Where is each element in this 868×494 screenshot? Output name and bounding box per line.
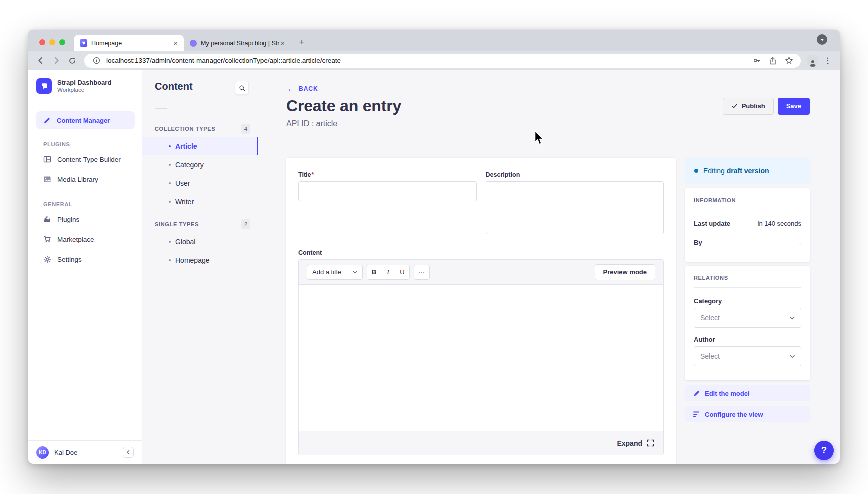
browser-menu-icon[interactable]	[821, 54, 835, 68]
url-text[interactable]: localhost:1337/admin/content-manager/col…	[106, 57, 747, 64]
window-minimize-button[interactable]	[50, 40, 56, 46]
tab-homepage[interactable]: Homepage ×	[74, 35, 184, 52]
site-info-icon[interactable]	[90, 55, 102, 67]
more-formats-button[interactable]: ⋯	[414, 265, 430, 280]
preview-mode-button[interactable]: Preview mode	[595, 264, 656, 280]
url-bar[interactable]: localhost:1337/admin/content-manager/col…	[84, 54, 801, 68]
editor-toolbar: Add a title B I U ⋯	[299, 260, 664, 285]
sidebar-section-plugins: PLUGINS	[44, 142, 135, 148]
required-asterisk: *	[312, 172, 314, 178]
app-title: Strapi Dashboard	[58, 79, 112, 87]
back-link[interactable]: ← BACK	[288, 85, 810, 92]
sidebar-nav: Content Manager PLUGINS Content-Type Bui…	[28, 102, 142, 440]
group-label: COLLECTION TYPES	[155, 126, 216, 132]
image-icon	[44, 176, 52, 184]
user-name: Kai Doe	[54, 449, 118, 456]
author-select[interactable]: Select	[694, 346, 802, 366]
save-button[interactable]: Save	[778, 98, 810, 115]
browser-downloads-icon[interactable]	[817, 34, 828, 45]
bold-button[interactable]: B	[368, 266, 382, 280]
strapi-logo-icon	[36, 78, 52, 94]
sidebar-item-marketplace[interactable]: Marketplace	[36, 230, 135, 250]
italic-button[interactable]: I	[382, 266, 396, 280]
tab-blog[interactable]: My personal Strapi blog | Strap ×	[184, 35, 291, 52]
tab-close-icon[interactable]: ×	[280, 40, 286, 47]
blog-favicon-icon	[190, 40, 197, 47]
sidebar-item-plugins[interactable]: Plugins	[36, 210, 135, 230]
underline-button[interactable]: U	[396, 266, 410, 280]
subnav-item-user[interactable]: User	[142, 174, 258, 192]
search-button[interactable]	[235, 81, 249, 95]
forward-icon[interactable]	[50, 54, 64, 68]
sidebar-item-settings[interactable]: Settings	[36, 250, 135, 270]
text-format-group: B I U	[367, 265, 410, 280]
api-id-subtitle: API ID : article	[286, 120, 810, 128]
by-label: By	[694, 239, 702, 246]
sidebar-item-media-library[interactable]: Media Library	[36, 170, 135, 190]
reload-icon[interactable]	[66, 54, 80, 68]
subnav-item-label: Homepage	[176, 256, 210, 264]
tab-close-icon[interactable]: ×	[172, 40, 179, 47]
new-tab-button[interactable]: +	[295, 36, 309, 50]
window-zoom-button[interactable]	[60, 40, 66, 46]
bookmark-star-icon[interactable]	[783, 55, 795, 67]
window-close-button[interactable]	[40, 40, 46, 46]
title-input[interactable]	[298, 182, 477, 202]
category-label: Category	[694, 298, 802, 305]
back-icon[interactable]	[34, 54, 48, 68]
relations-heading: RELATIONS	[694, 275, 802, 281]
sidebar-section-general: GENERAL	[44, 202, 135, 208]
collapse-sidebar-button[interactable]	[123, 447, 134, 458]
author-label: Author	[694, 336, 802, 344]
subnav-item-homepage[interactable]: Homepage	[142, 251, 258, 270]
edit-model-button[interactable]: Edit the model	[686, 386, 810, 402]
status-text: Editing draft version	[704, 167, 770, 175]
configure-view-button[interactable]: Configure the view	[686, 406, 810, 422]
page-title: Create an entry	[286, 97, 402, 116]
editor-text-area[interactable]	[299, 285, 664, 431]
share-icon[interactable]	[767, 55, 779, 67]
subnav-item-label: Category	[176, 161, 204, 169]
expand-label: Expand	[617, 440, 642, 448]
back-label: BACK	[299, 86, 318, 92]
subnav-item-article[interactable]: Article	[142, 137, 258, 156]
subnav-title: Content	[155, 81, 193, 92]
rich-text-editor: Add a title B I U ⋯	[298, 260, 664, 456]
cart-icon	[44, 236, 52, 244]
relations-card: RELATIONS Category Select Author Select	[686, 266, 810, 380]
password-key-icon[interactable]	[751, 55, 763, 67]
pencil-icon	[44, 117, 51, 124]
subnav-item-writer[interactable]: Writer	[142, 192, 258, 211]
user-avatar[interactable]: KD	[36, 446, 49, 459]
description-label: Description	[486, 172, 664, 178]
expand-icon[interactable]	[647, 440, 654, 447]
collection-types-header: COLLECTION TYPES 4	[142, 124, 258, 137]
divider	[155, 108, 167, 109]
sidebar-item-content-type-builder[interactable]: Content-Type Builder	[36, 150, 135, 170]
add-title-dropdown[interactable]: Add a title	[307, 265, 363, 280]
workspace-name: Workplace	[58, 87, 112, 93]
category-select[interactable]: Select	[694, 308, 802, 328]
subnav-item-global[interactable]: Global	[142, 232, 258, 251]
check-icon	[732, 103, 738, 110]
status-emphasis: draft version	[727, 167, 770, 175]
subnav-item-label: Writer	[176, 198, 194, 206]
last-update-row: Last update in 140 seconds	[694, 220, 802, 228]
browser-profile-avatar[interactable]	[807, 55, 819, 67]
title-field-group: Title*	[298, 172, 477, 236]
sidebar-item-content-manager[interactable]: Content Manager	[36, 112, 135, 130]
search-icon	[239, 85, 246, 92]
last-update-value: in 140 seconds	[758, 220, 802, 228]
strapi-admin-app: Strapi Dashboard Workplace Content Manag…	[28, 70, 840, 464]
help-button[interactable]: ?	[814, 441, 834, 460]
group-label: SINGLE TYPES	[155, 222, 199, 228]
screen: Homepage × My personal Strapi blog | Str…	[0, 0, 868, 494]
content-label: Content	[298, 250, 664, 256]
workspace-header[interactable]: Strapi Dashboard Workplace	[28, 70, 142, 102]
subnav-item-category[interactable]: Category	[142, 156, 258, 174]
status-dot-icon	[694, 169, 698, 173]
single-types-header: SINGLE TYPES 2	[142, 220, 258, 232]
description-textarea[interactable]	[486, 182, 664, 234]
publish-button[interactable]: Publish	[723, 98, 774, 115]
meta-panel: Editing draft version INFORMATION Last u…	[686, 158, 810, 422]
